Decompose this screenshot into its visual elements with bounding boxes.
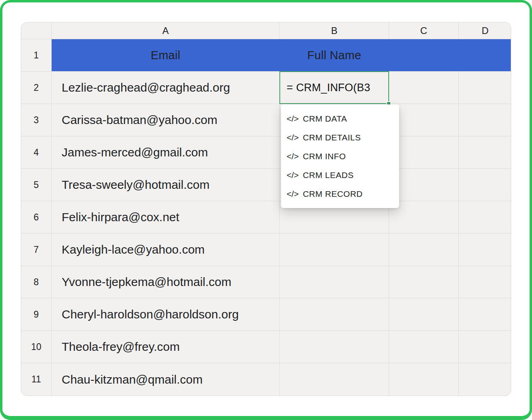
column-header-a[interactable]: A [52,22,280,39]
column-header-d[interactable]: D [459,22,511,39]
cell-c10[interactable] [389,331,459,363]
row-header-5[interactable]: 5 [21,169,52,201]
cell-d10[interactable] [459,331,511,363]
suggestion-label: CRM RECORD [303,189,363,199]
row-header-1[interactable]: 1 [21,39,52,72]
row-header-7[interactable]: 7 [21,234,52,266]
cell-d1[interactable] [459,39,511,72]
row-header-10[interactable]: 10 [21,331,52,363]
row-header-2[interactable]: 2 [21,72,52,104]
cell-a10-email[interactable]: Theola-frey@frey.com [52,331,280,363]
suggestion-crm-data[interactable]: </> CRM DATA [281,109,399,128]
cell-b11[interactable] [280,363,389,396]
formula-text: = CRM_INFO(B3 [287,82,370,94]
column-header-c[interactable]: C [389,22,459,39]
cell-a11-email[interactable]: Chau-kitzman@qmail.com [52,363,280,396]
formula-suggestions-dropdown: </> CRM DATA </> CRM DETAILS </> CRM INF… [281,104,399,208]
cell-d4[interactable] [459,136,511,169]
spreadsheet: A B C D 1 Email Full Name 2 Lezlie-cragh… [21,22,511,396]
cell-c5[interactable] [389,169,459,201]
cell-c6[interactable] [389,201,459,234]
cell-b8[interactable] [280,266,389,298]
cell-a9-email[interactable]: Cheryl-haroldson@haroldson.org [52,298,280,331]
cell-c8[interactable] [389,266,459,298]
code-icon: </> [287,114,299,124]
cell-d9[interactable] [459,298,511,331]
cell-d7[interactable] [459,234,511,266]
cell-a8-email[interactable]: Yvonne-tjepkema@hotmail.com [52,266,280,298]
cell-a5-email[interactable]: Tresa-sweely@hotmail.com [52,169,280,201]
code-icon: </> [287,170,299,180]
spreadsheet-grid: A B C D 1 Email Full Name 2 Lezlie-cragh… [21,22,511,396]
cell-d8[interactable] [459,266,511,298]
row-header-9[interactable]: 9 [21,298,52,331]
cell-a2-email[interactable]: Lezlie-craghead@craghead.org [52,72,280,104]
suggestion-label: CRM DATA [303,114,347,124]
cell-a3-email[interactable]: Carissa-batman@yahoo.com [52,104,280,136]
suggestion-crm-leads[interactable]: </> CRM LEADS [281,166,399,184]
cell-b10[interactable] [280,331,389,363]
cell-d6[interactable] [459,201,511,234]
suggestion-label: CRM LEADS [303,170,353,180]
suggestion-crm-details[interactable]: </> CRM DETAILS [281,128,399,147]
suggestion-crm-info[interactable]: </> CRM INFO [281,147,399,166]
cell-b7[interactable] [280,234,389,266]
suggestion-label: CRM DETAILS [303,133,361,142]
cell-d3[interactable] [459,104,511,136]
row-header-8[interactable]: 8 [21,266,52,298]
code-icon: </> [287,133,299,142]
cell-a1-email-header[interactable]: Email [52,39,280,72]
row-header-3[interactable]: 3 [21,104,52,136]
cell-d11[interactable] [459,363,511,396]
row-header-6[interactable]: 6 [21,201,52,234]
active-cell-b2[interactable]: = CRM_INFO(B3 [279,71,389,104]
cell-b1-full-name-header[interactable]: Full Name [280,39,389,72]
row-header-4[interactable]: 4 [21,136,52,169]
column-header-b[interactable]: B [280,22,389,39]
cell-a6-email[interactable]: Felix-hirpara@cox.net [52,201,280,234]
cell-d2[interactable] [459,72,511,104]
cell-b9[interactable] [280,298,389,331]
cell-a7-email[interactable]: Kayleigh-lace@yahoo.com [52,234,280,266]
cell-d5[interactable] [459,169,511,201]
cell-c2[interactable] [389,72,459,104]
cell-c7[interactable] [389,234,459,266]
suggestion-label: CRM INFO [303,152,346,161]
cell-c3[interactable] [389,104,459,136]
cell-c9[interactable] [389,298,459,331]
cell-c1[interactable] [389,39,459,72]
code-icon: </> [287,152,299,161]
code-icon: </> [287,189,299,199]
suggestion-crm-record[interactable]: </> CRM RECORD [281,184,399,203]
cell-a4-email[interactable]: James-merced@gmail.com [52,136,280,169]
cell-c4[interactable] [389,136,459,169]
row-header-11[interactable]: 11 [21,363,52,396]
cell-c11[interactable] [389,363,459,396]
corner-cell[interactable] [21,22,52,39]
